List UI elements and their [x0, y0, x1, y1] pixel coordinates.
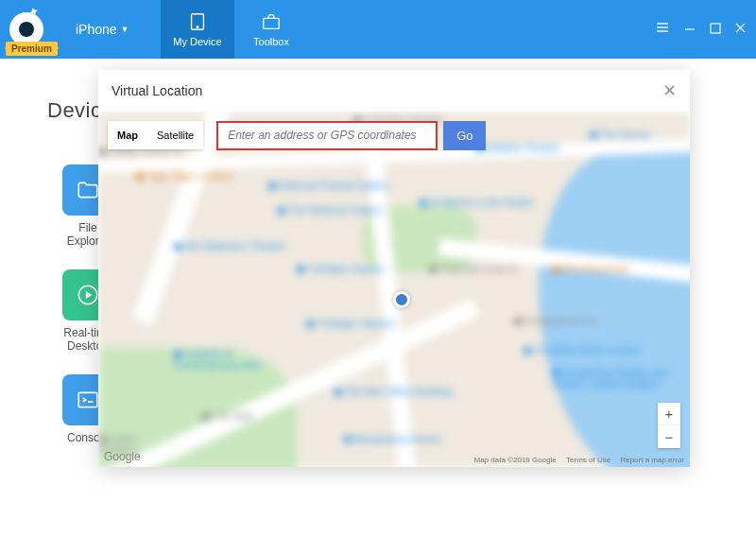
svg-rect-3	[711, 24, 720, 33]
map-poi: The Mall	[202, 410, 252, 422]
map-poi: Charing Cross ⊖	[429, 263, 517, 275]
map-poi: RS Hispaniola	[552, 263, 628, 274]
tab-my-device[interactable]: My Device	[161, 0, 234, 59]
map-poi: Embankment ⊖	[514, 315, 597, 327]
menu-icon[interactable]	[655, 20, 670, 39]
tab-label: Toolbox	[253, 36, 289, 47]
tab-toolbox[interactable]: Toolbox	[234, 0, 308, 59]
close-icon[interactable]	[734, 21, 747, 38]
map-type-map[interactable]: Map	[108, 121, 147, 149]
virtual-location-modal: Virtual Location ✕ Leicester SquareThe S…	[98, 70, 690, 467]
map-poi: Trafalgar Studios	[306, 318, 395, 329]
map-canvas[interactable]: Leicester SquareThe SavoyAdelphi Theatre…	[98, 112, 690, 467]
modal-title: Virtual Location	[112, 83, 202, 98]
map-poi: Adelphi Theatre	[476, 142, 559, 153]
modal-header: Virtual Location ✕	[98, 70, 690, 112]
modal-close-icon[interactable]: ✕	[662, 80, 677, 101]
google-logo: Google	[104, 450, 141, 463]
zoom-out-button[interactable]: −	[658, 425, 680, 448]
map-poi: Tiger Tiger London	[136, 170, 233, 182]
map-poi: Old War Office Building	[335, 386, 453, 397]
svg-rect-5	[78, 392, 97, 406]
main-tabs: My Device Toolbox	[161, 0, 308, 59]
map-top-controls: Map Satellite Go	[108, 121, 486, 149]
briefcase-icon	[261, 11, 282, 32]
search-highlight	[216, 121, 438, 150]
zoom-in-button[interactable]: +	[658, 403, 680, 425]
premium-badge: Premium	[6, 42, 58, 56]
window-controls	[655, 0, 756, 59]
map-poi: Her Majesty's Theatre	[174, 240, 285, 251]
zoom-controls: + −	[658, 403, 680, 448]
maximize-icon[interactable]	[710, 21, 721, 38]
topbar: ✦ Premium iPhone ▼ My Device Toolbox	[0, 0, 756, 59]
map-footer: Map data ©2019 Google Terms of Use Repor…	[467, 456, 684, 464]
map-type-switch: Map Satellite	[108, 121, 203, 149]
map-poi: Institute ofContemporary Arts	[174, 348, 261, 371]
map-poi: Trafalgar Square	[297, 263, 385, 274]
logo-area: ✦ Premium iPhone ▼	[0, 0, 161, 59]
location-pin-icon	[393, 291, 410, 308]
location-search-input[interactable]	[218, 123, 436, 148]
go-button[interactable]: Go	[443, 121, 486, 150]
map-poi: The Savoy	[590, 129, 650, 140]
tablet-icon	[187, 11, 208, 32]
map-poi: Banqueting House	[344, 433, 440, 444]
map-poi: National Portrait Gallery	[268, 180, 389, 191]
minimize-icon[interactable]	[683, 21, 696, 38]
map-attribution: Map data ©2019 Google	[474, 456, 557, 464]
device-selector-label: iPhone	[76, 22, 117, 37]
svg-point-1	[197, 26, 198, 28]
map-poi: The National Gallery	[278, 204, 383, 216]
map-poi: Hungerford Bridge andGolden Jubilee Brid…	[552, 367, 667, 389]
map-report-link[interactable]: Report a map error	[620, 456, 684, 464]
map-terms-link[interactable]: Terms of Use	[566, 456, 610, 464]
device-selector[interactable]: iPhone ▼	[76, 22, 129, 37]
map-poi: St Martin-in-the-Fields	[420, 197, 532, 208]
chevron-down-icon: ▼	[121, 25, 129, 34]
map-type-satellite[interactable]: Satellite	[147, 121, 203, 149]
map-background: Leicester SquareThe SavoyAdelphi Theatre…	[98, 112, 690, 467]
map-poi: Corinthia Hotel London	[524, 344, 641, 355]
svg-rect-2	[264, 18, 280, 28]
tab-label: My Device	[173, 36, 221, 47]
